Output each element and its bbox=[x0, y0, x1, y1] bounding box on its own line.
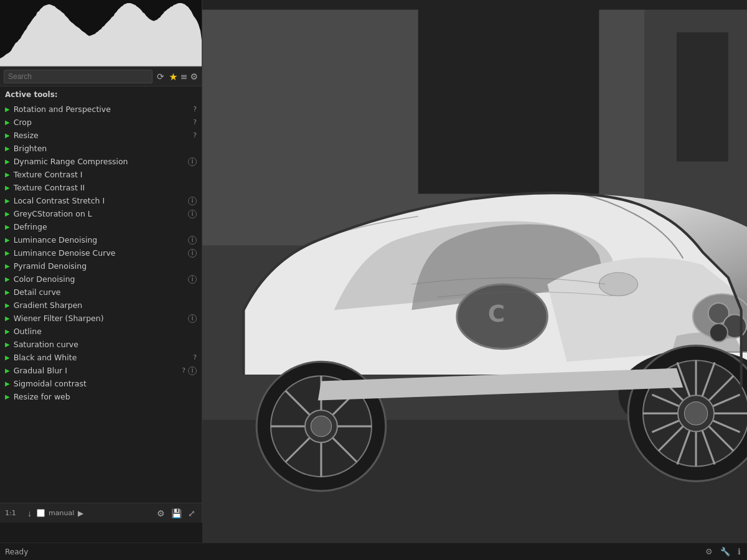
tool-arrow-resize-web: ▶ bbox=[5, 394, 10, 400]
histogram-chart bbox=[0, 0, 202, 67]
maximize-toolbar-icon[interactable]: ⤢ bbox=[187, 508, 197, 518]
info-status-icon[interactable]: ℹ bbox=[736, 547, 742, 556]
sidebar: ⟳ ★ ≡ ⚙ Active tools: ▶Rotation and Pers… bbox=[0, 0, 202, 523]
tool-info-icon-luminance-denoising[interactable]: i bbox=[188, 236, 197, 245]
tool-name-local-contrast: Local Contrast Stretch I bbox=[14, 196, 186, 205]
tool-question-icon-black-white[interactable]: ? bbox=[193, 353, 197, 362]
tool-arrow-outline: ▶ bbox=[5, 329, 10, 335]
tool-info-icon-dynamic-range[interactable]: i bbox=[188, 157, 197, 166]
tool-item-saturation-curve[interactable]: ▶Saturation curve bbox=[0, 338, 202, 351]
tool-name-brighten: Brighten bbox=[14, 144, 197, 153]
tool-name-greycstoration: GreyCStoration on L bbox=[14, 209, 186, 218]
tool-name-rotation-perspective: Rotation and Perspective bbox=[14, 105, 190, 114]
tool-item-texture-contrast-2[interactable]: ▶Texture Contrast II bbox=[0, 181, 202, 194]
image-area: CELERITY C C bbox=[202, 0, 747, 543]
settings-icon[interactable]: ⚙ bbox=[190, 72, 198, 82]
tool-question-icon-gradual-blur[interactable]: ? bbox=[182, 366, 186, 375]
tool-arrow-texture-contrast-2: ▶ bbox=[5, 185, 10, 191]
zoom-label: 1:1 bbox=[5, 509, 22, 517]
search-bar: ⟳ ★ ≡ ⚙ bbox=[0, 67, 202, 86]
tool-name-luminance-denoise-curve: Luminance Denoise Curve bbox=[14, 248, 186, 258]
tool-arrow-gradual-blur: ▶ bbox=[5, 368, 10, 374]
svg-point-15 bbox=[710, 324, 728, 342]
tool-name-wiener-filter: Wiener Filter (Sharpen) bbox=[14, 314, 186, 323]
tool-item-detail-curve[interactable]: ▶Detail curve bbox=[0, 286, 202, 299]
tool-name-saturation-curve: Saturation curve bbox=[14, 340, 197, 349]
histogram-area bbox=[0, 0, 202, 67]
tool-arrow-brighten: ▶ bbox=[5, 146, 10, 152]
tool-item-resize[interactable]: ▶Resize ? bbox=[0, 129, 202, 142]
manual-checkbox[interactable] bbox=[37, 509, 45, 517]
svg-point-39 bbox=[311, 416, 331, 437]
tool-name-sigmoidal-contrast: Sigmoidal contrast bbox=[14, 379, 197, 388]
tool-item-texture-contrast-1[interactable]: ▶Texture Contrast I bbox=[0, 168, 202, 181]
tool-info-icon-gradual-blur[interactable]: i bbox=[188, 366, 197, 375]
settings-toolbar-icon[interactable]: ⚙ bbox=[156, 508, 166, 518]
tool-item-sigmoidal-contrast[interactable]: ▶Sigmoidal contrast bbox=[0, 377, 202, 390]
tool-arrow-resize: ▶ bbox=[5, 133, 10, 139]
wrench-status-icon[interactable]: 🔧 bbox=[719, 547, 731, 556]
tool-arrow-dynamic-range: ▶ bbox=[5, 159, 10, 165]
tool-item-outline[interactable]: ▶Outline bbox=[0, 325, 202, 338]
tool-name-gradient-sharpen: Gradient Sharpen bbox=[14, 301, 197, 310]
tool-item-rotation-perspective[interactable]: ▶Rotation and Perspective ? bbox=[0, 103, 202, 116]
tool-item-defringe[interactable]: ▶Defringe bbox=[0, 220, 202, 233]
tool-arrow-texture-contrast-1: ▶ bbox=[5, 172, 10, 178]
tool-name-outline: Outline bbox=[14, 327, 197, 336]
menu-icon[interactable]: ≡ bbox=[181, 72, 188, 82]
settings-status-icon[interactable]: ⚙ bbox=[704, 547, 714, 556]
tool-info-icon-greycstoration[interactable]: i bbox=[188, 210, 197, 218]
tool-info-icon-color-denoising[interactable]: i bbox=[188, 275, 197, 284]
tool-question-icon-crop[interactable]: ? bbox=[193, 118, 197, 126]
svg-text:C: C bbox=[488, 300, 505, 327]
tool-name-dynamic-range: Dynamic Range Compression bbox=[14, 157, 186, 166]
tool-arrow-local-contrast: ▶ bbox=[5, 198, 10, 204]
tool-item-luminance-denoise-curve[interactable]: ▶Luminance Denoise Curvei bbox=[0, 246, 202, 259]
tool-item-brighten[interactable]: ▶Brighten bbox=[0, 142, 202, 155]
tool-item-resize-web[interactable]: ▶Resize for web bbox=[0, 390, 202, 403]
tool-item-luminance-denoising[interactable]: ▶Luminance Denoisingi bbox=[0, 233, 202, 246]
save-toolbar-icon[interactable]: 💾 bbox=[170, 508, 183, 518]
tool-item-local-contrast[interactable]: ▶Local Contrast Stretch Ii bbox=[0, 194, 202, 207]
play-button[interactable]: ▶ bbox=[78, 509, 83, 518]
tool-arrow-crop: ▶ bbox=[5, 119, 10, 126]
tool-arrow-black-white: ▶ bbox=[5, 355, 10, 361]
tool-item-dynamic-range[interactable]: ▶Dynamic Range Compressioni bbox=[0, 155, 202, 168]
tool-item-crop[interactable]: ▶Crop ? bbox=[0, 116, 202, 129]
tool-name-color-denoising: Color Denoising bbox=[14, 274, 186, 284]
tool-name-crop: Crop bbox=[14, 118, 190, 127]
tool-name-resize: Resize bbox=[14, 131, 190, 140]
tool-arrow-wiener-filter: ▶ bbox=[5, 315, 10, 322]
tool-item-greycstoration[interactable]: ▶GreyCStoration on Li bbox=[0, 207, 202, 220]
zoom-down-button[interactable]: ↓ bbox=[26, 508, 33, 518]
tool-info-icon-wiener-filter[interactable]: i bbox=[188, 314, 197, 323]
tool-arrow-gradient-sharpen: ▶ bbox=[5, 302, 10, 309]
search-reset-button[interactable]: ⟳ bbox=[155, 70, 166, 83]
tool-arrow-luminance-denoising: ▶ bbox=[5, 237, 10, 243]
tool-arrow-sigmoidal-contrast: ▶ bbox=[5, 381, 10, 387]
tool-info-icon-luminance-denoise-curve[interactable]: i bbox=[188, 249, 197, 258]
tool-item-black-white[interactable]: ▶Black and White ? bbox=[0, 351, 202, 364]
status-text: Ready bbox=[5, 548, 699, 556]
tool-item-gradual-blur[interactable]: ▶Gradual Blur I ?i bbox=[0, 364, 202, 377]
tool-item-gradient-sharpen[interactable]: ▶Gradient Sharpen bbox=[0, 299, 202, 312]
tool-name-black-white: Black and White bbox=[14, 353, 190, 362]
svg-rect-7 bbox=[677, 32, 728, 162]
tool-info-icon-local-contrast[interactable]: i bbox=[188, 197, 197, 205]
tool-name-resize-web: Resize for web bbox=[14, 392, 197, 401]
tool-name-texture-contrast-2: Texture Contrast II bbox=[14, 183, 197, 192]
tool-arrow-rotation-perspective: ▶ bbox=[5, 106, 10, 113]
tool-arrow-color-denoising: ▶ bbox=[5, 276, 10, 282]
car-image: CELERITY C C bbox=[202, 0, 747, 543]
search-input[interactable] bbox=[4, 70, 153, 83]
tool-item-color-denoising[interactable]: ▶Color Denoisingi bbox=[0, 273, 202, 286]
tool-arrow-detail-curve: ▶ bbox=[5, 289, 10, 296]
active-tools-header: Active tools: bbox=[0, 86, 202, 101]
tool-item-pyramid-denoising[interactable]: ▶Pyramid Denoising bbox=[0, 259, 202, 273]
bottom-toolbar: 1:1 ↓ manual ▶ ⚙ 💾 ⤢ bbox=[0, 503, 202, 523]
svg-point-31 bbox=[684, 402, 707, 425]
tool-item-wiener-filter[interactable]: ▶Wiener Filter (Sharpen)i bbox=[0, 312, 202, 325]
tool-question-icon-resize[interactable]: ? bbox=[193, 131, 197, 139]
tool-question-icon-rotation-perspective[interactable]: ? bbox=[193, 105, 197, 113]
favorites-star-icon[interactable]: ★ bbox=[169, 71, 177, 83]
